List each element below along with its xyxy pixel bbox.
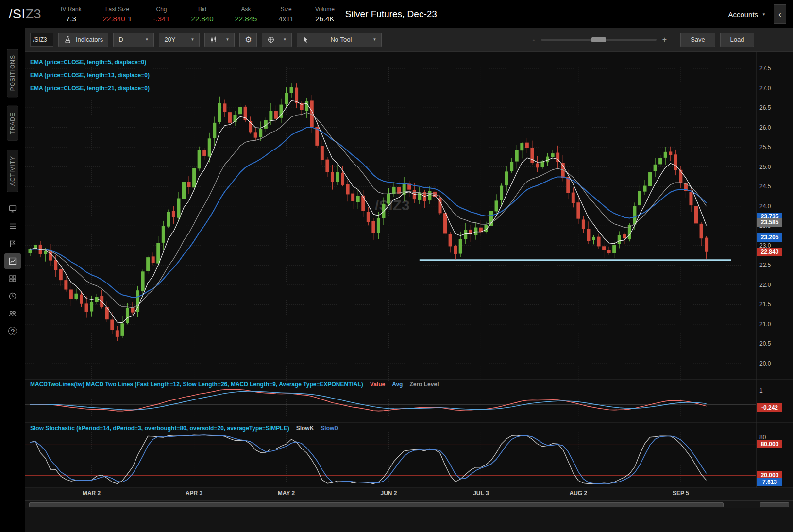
zoom-slider-thumb[interactable] [591,37,606,42]
load-button[interactable]: Load [720,33,754,47]
candle-body [331,172,334,182]
price-axis-tag: 23.585 [757,218,782,227]
candle-body [285,93,288,104]
price-axis-label: 27.5 [759,65,771,72]
stoch-slowk-line [30,435,707,484]
timeframe-dropdown[interactable]: D ▼ [113,33,154,47]
header-stat-iv-rank: IV Rank7.3 [61,6,82,23]
flask-icon [64,35,72,44]
active-tool-dropdown[interactable]: No Tool ▼ [297,33,382,47]
stoch-panel-label: Slow Stochastic (kPeriod=14, dPeriod=3, … [30,425,338,432]
macd-value-line [30,390,707,411]
sidebar-gadget-clock[interactable] [4,288,21,304]
stat-value: 26.4K [315,15,335,23]
candle-body [520,143,523,150]
gear-icon: ⚙ [245,35,252,44]
accounts-dropdown[interactable]: Accounts ▼ [728,10,766,18]
indicators-label: Indicators [76,36,103,43]
indicators-button[interactable]: Indicators [58,33,108,47]
sidebar-gadget-users[interactable] [4,306,21,321]
candle-body [459,239,462,254]
ema5-label[interactable]: EMA (price=CLOSE, length=5, displace=0) [30,56,150,69]
candle-body [110,320,114,330]
chart-scrollbar[interactable] [25,500,793,508]
chevron-left-icon: ‹ [778,9,781,19]
date-axis-label: JUL 3 [473,490,489,497]
stat-value: 22.8401 [103,15,132,23]
date-axis-label: APR 3 [186,490,202,497]
price-axis-label: 22.5 [759,262,771,268]
macd-panel-label: MACDTwoLines(tw) MACD Two Lines (Fast Le… [30,381,439,388]
caret-down-icon: ▼ [762,12,766,17]
drawings-dropdown[interactable]: ▼ [262,33,292,47]
list-icon [8,222,17,231]
symbol-input[interactable]: /SIZ3 [30,33,53,47]
candle-body [515,150,519,162]
candle-body [74,294,78,299]
pointer-icon [302,36,309,43]
chart-type-dropdown[interactable]: ▼ [204,33,235,47]
save-button[interactable]: Save [680,33,715,47]
candle-body [228,112,232,123]
candle-body [146,257,150,271]
candle-body [454,246,457,254]
candle-body [336,172,339,182]
zoom-slider[interactable] [541,39,657,41]
sidebar-gadget-list[interactable] [4,218,21,234]
candle-body [551,153,555,157]
candle-body [187,182,191,187]
ema21-label[interactable]: EMA (price=CLOSE, length=21, displace=0) [30,82,150,95]
sidebar-gadget-grid[interactable] [4,271,21,286]
stat-label: Volume [315,6,335,13]
chart-canvas[interactable]: /SIZ327.527.026.526.025.525.024.524.023.… [25,52,793,488]
zoom-controls: - + [532,35,667,44]
candle-body [474,228,477,235]
zoom-in-button[interactable]: + [662,35,667,44]
range-dropdown[interactable]: 20Y ▼ [159,33,200,47]
price-axis-tag: 22.840 [757,248,782,256]
ema13-label[interactable]: EMA (price=CLOSE, length=13, displace=0) [30,69,150,82]
sidebar-tab-trade[interactable]: TRADE [7,106,18,141]
macd-axis-tag: -0.242 [757,403,782,412]
sidebar-gadget-help[interactable]: ? [4,323,21,339]
candle-body [254,132,257,137]
candle-body [44,251,47,254]
candle-body [367,212,370,222]
zoom-out-button[interactable]: - [532,35,535,44]
candle-body [654,165,657,171]
timeframe-value: D [118,36,123,43]
scrollbar-right-handle[interactable] [760,502,789,507]
sidebar-tab-activity[interactable]: ACTIVITY [7,150,18,192]
candle-body [382,204,385,218]
candle-body [305,101,308,111]
candle-body [449,234,452,246]
sidebar-tab-positions[interactable]: POSITIONS [7,49,18,97]
header-stat-ask: Ask22.845 [235,6,257,23]
accounts-label: Accounts [728,10,758,18]
chart-area[interactable]: /SIZ327.527.026.526.025.525.024.524.023.… [25,51,793,488]
footer-spacer [25,508,793,532]
sidebar-gadget-flag[interactable] [4,236,21,251]
candle-body [198,150,201,169]
sidebar-gadget-monitor[interactable] [4,201,21,216]
grid-icon [8,274,17,283]
date-axis-label: AUG 2 [570,490,588,497]
date-axis-label: MAR 2 [83,490,101,497]
sidebar-gadget-chart[interactable] [4,253,21,269]
candle-body [443,213,447,233]
chart-settings-button[interactable]: ⚙ [239,33,257,47]
candle-body [141,271,145,291]
macd-study-label[interactable]: MACDTwoLines(tw) MACD Two Lines (Fast Le… [30,381,363,388]
stoch-study-label[interactable]: Slow Stochastic (kPeriod=14, dPeriod=3, … [30,425,289,432]
macd-plot-zero-label: Zero Level [409,381,439,388]
left-sidebar: POSITIONS TRADE ACTIVITY [0,28,25,532]
symbol-contract: Z3 [26,7,42,21]
candle-body [505,171,508,185]
collapse-panel-button[interactable]: ‹ [774,4,786,24]
scrollbar-handle[interactable] [29,502,724,507]
stat-label: Bid [191,6,214,13]
stat-label: Ask [235,6,257,13]
sidebar-gadgets: ? [0,201,25,339]
header-bar: /SIZ3 IV Rank7.3Last Size22.8401Chg-.341… [0,0,793,28]
candle-body [90,302,93,312]
